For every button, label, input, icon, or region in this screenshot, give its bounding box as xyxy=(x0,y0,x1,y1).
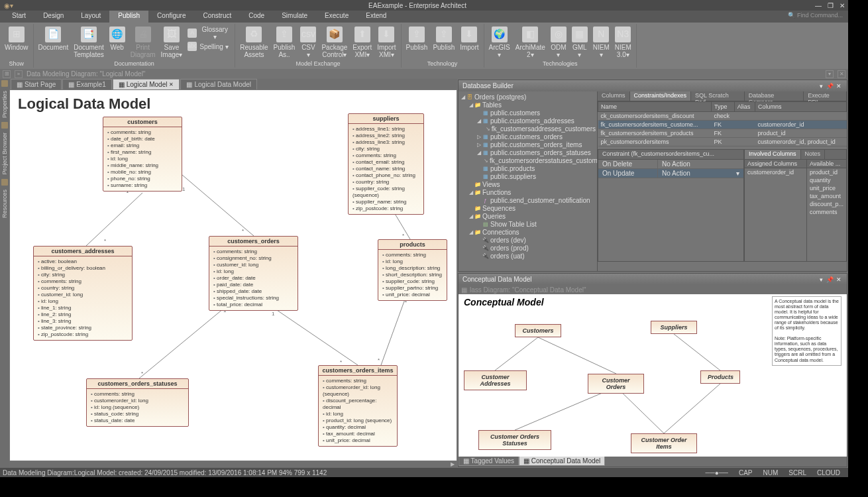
grid-header[interactable]: Alias xyxy=(734,102,755,112)
assigned-column[interactable]: customerorder_id xyxy=(745,168,806,176)
entity-customers_addresses[interactable]: customers_addressesactive: booleanbillin… xyxy=(33,246,133,341)
constraint-properties[interactable]: Constraint (fk_customersordersitems_cu..… xyxy=(598,149,744,262)
cd-canvas[interactable]: Conceptual Model A Conceptual data model… xyxy=(459,294,847,457)
ribbon-document[interactable]: 📑DocumentTemplates xyxy=(71,25,107,60)
menu-tab-design[interactable]: Design xyxy=(34,11,72,23)
rail-icon[interactable] xyxy=(1,122,8,129)
ribbon-export[interactable]: ⬆ExportXMI▾ xyxy=(350,25,374,60)
tree-node[interactable]: 📁Sequences xyxy=(459,204,597,212)
menu-tab-configure[interactable]: Configure xyxy=(148,11,194,23)
conceptual-entity[interactable]: Customer Orders Statuses xyxy=(478,430,551,450)
tree-node[interactable]: 🔌orders (prod) xyxy=(459,244,597,252)
ribbon-publish[interactable]: ⇪Publish xyxy=(430,25,457,52)
available-column[interactable]: discount_p... xyxy=(807,200,846,208)
ribbon-package[interactable]: 📦PackageControl▾ xyxy=(319,25,350,60)
ribbon-niem[interactable]: NNIEM▾ xyxy=(590,25,612,60)
ribbon-web[interactable]: 🌐Web xyxy=(107,25,128,52)
tree-node[interactable]: ▦public.suppliers xyxy=(459,172,597,180)
ribbon-odm[interactable]: ◎ODM▾ xyxy=(548,25,569,60)
tree-node[interactable]: ◢📁Functions xyxy=(459,188,597,196)
panel-close-icon[interactable]: ✕ xyxy=(834,276,843,283)
conceptual-entity[interactable]: Customer Addresses xyxy=(464,370,527,390)
db-tab[interactable]: Columns xyxy=(598,91,630,101)
panel-pin-icon[interactable]: 📌 xyxy=(826,83,834,89)
entity-customers_orders_items[interactable]: customers_orders_itemscomments: stringcu… xyxy=(318,365,398,447)
ribbon-save[interactable]: 🖼SaveImage▾ xyxy=(158,25,186,60)
menu-tab-simulate[interactable]: Simulate xyxy=(273,11,316,23)
entity-customers_orders_statuses[interactable]: customers_orders_statusescomments: strin… xyxy=(86,378,189,427)
status-zoom-slider[interactable]: ──●── xyxy=(700,469,733,476)
entity-products[interactable]: productscomments: stringid: longlong_des… xyxy=(378,239,447,301)
grid-row[interactable]: fk_customersordersitems_custome...FKcust… xyxy=(598,121,847,129)
property-row[interactable]: On DeleteNo Action xyxy=(598,160,743,169)
ribbon-import[interactable]: ⬇ImportXMI▾ xyxy=(374,25,398,60)
menu-tab-construct[interactable]: Construct xyxy=(194,11,240,23)
menu-tab-start[interactable]: Start xyxy=(3,11,34,23)
close-icon[interactable]: ✕ xyxy=(838,2,846,9)
tree-twisty-icon[interactable]: ◢ xyxy=(468,229,474,235)
ribbon-window[interactable]: ⊞Window xyxy=(2,25,31,52)
tree-twisty-icon[interactable]: ◢ xyxy=(460,94,466,100)
menu-tab-extend[interactable]: Extend xyxy=(357,11,395,23)
scroll-right-icon[interactable]: ▶ xyxy=(448,461,457,468)
tree-node[interactable]: ◢📁Queries xyxy=(459,212,597,220)
breadcrumb-close-icon[interactable]: ✕ xyxy=(838,70,845,78)
ribbon-glossary[interactable]: AGlossary ▾ xyxy=(185,25,233,41)
ribbon-gml[interactable]: ▦GML▾ xyxy=(569,25,590,60)
tree-twisty-icon[interactable]: ◢ xyxy=(476,118,482,124)
available-column[interactable]: unit_price xyxy=(807,184,846,192)
available-column[interactable]: quantity xyxy=(807,176,846,184)
cd-diagram-icon[interactable]: ▦ xyxy=(461,286,467,294)
app-menu-icon[interactable]: ◉▾ xyxy=(2,1,15,9)
cd-bottom-tab[interactable]: ▦ Conceptual Data Model xyxy=(519,457,605,466)
grid-header[interactable]: Columns xyxy=(755,102,847,112)
ribbon-archimate[interactable]: ◧ArchiMate2▾ xyxy=(513,25,548,60)
doc-tab[interactable]: ▦Start Page xyxy=(11,79,62,89)
ribbon-niem[interactable]: N3NIEM3.0▾ xyxy=(612,25,634,60)
tree-twisty-icon[interactable]: ◢ xyxy=(468,190,474,195)
property-row[interactable]: On UpdateNo Action ▾ xyxy=(598,169,743,178)
entity-suppliers[interactable]: suppliersaddress_line1: stringaddress_li… xyxy=(348,113,424,215)
ribbon-import[interactable]: ⬇Import xyxy=(457,25,481,52)
conceptual-entity[interactable]: Customer Orders xyxy=(588,374,644,394)
ribbon-publish[interactable]: ⇪PublishAs.. xyxy=(271,25,298,60)
grid-row[interactable]: ck_customersordersitems_discountcheck xyxy=(598,112,847,121)
menu-tab-layout[interactable]: Layout xyxy=(72,11,109,23)
tree-twisty-icon[interactable]: ◢ xyxy=(468,213,474,219)
rail-tab-properties[interactable]: Properties xyxy=(1,88,9,121)
grid-row[interactable]: fk_customersordersitems_productsFKproduc… xyxy=(598,129,847,138)
available-column[interactable]: comments xyxy=(807,208,846,216)
grid-header[interactable]: Type xyxy=(711,102,734,112)
menu-tab-execute[interactable]: Execute xyxy=(316,11,357,23)
tree-node[interactable]: ◢🗄Orders (postgres) xyxy=(459,93,597,101)
rail-tab-projectbrowser[interactable]: Project Browser xyxy=(1,130,9,178)
involved-tab[interactable]: Notes xyxy=(801,150,826,159)
tab-close-icon[interactable]: ✕ xyxy=(169,82,174,87)
grid-header[interactable]: Name xyxy=(598,102,712,112)
nav-back-icon[interactable]: ⊞ xyxy=(3,70,11,78)
tree-node[interactable]: ▤Show Table List xyxy=(459,220,597,228)
doc-tab[interactable]: ▦Logical Data Model xyxy=(180,79,257,89)
tree-node[interactable]: ◢▦public.customers_addresses xyxy=(459,117,597,125)
ribbon-publish[interactable]: ⇪Publish xyxy=(404,25,431,52)
ribbon-print[interactable]: 🖨PrintDiagram xyxy=(128,25,158,60)
panel-dropdown-icon[interactable]: ▾ xyxy=(817,276,826,283)
find-command-input[interactable]: 🔍 Find Command... xyxy=(783,11,848,23)
tree-node[interactable]: ▦public.products xyxy=(459,164,597,172)
entity-customers_orders[interactable]: customers_orderscomments: stringconsignm… xyxy=(209,236,298,311)
ribbon-csv[interactable]: csvCSV▾ xyxy=(298,25,319,60)
doc-tab[interactable]: ▦Logical Model✕ xyxy=(113,79,180,89)
grid-row[interactable]: pk_customersordersitemsPKcustomerorder_i… xyxy=(598,138,847,146)
panel-dropdown-icon[interactable]: ▾ xyxy=(817,83,826,89)
available-column[interactable]: tax_amount xyxy=(807,192,846,200)
maximize-icon[interactable]: ❐ xyxy=(826,2,834,9)
ribbon-reusable[interactable]: ♻ReusableAssets xyxy=(237,25,270,60)
tree-node[interactable]: 📁Views xyxy=(459,180,597,188)
tree-twisty-icon[interactable]: ▷ xyxy=(476,134,482,140)
cd-bottom-tab[interactable]: ▦ Tagged Values xyxy=(459,457,519,466)
tree-twisty-icon[interactable]: ◢ xyxy=(476,150,482,156)
conceptual-entity[interactable]: Customers xyxy=(515,324,561,337)
tree-node[interactable]: 🔌orders (dev) xyxy=(459,236,597,244)
tree-twisty-icon[interactable]: ▷ xyxy=(476,142,482,148)
db-tab[interactable]: Execute DDL xyxy=(804,91,847,101)
